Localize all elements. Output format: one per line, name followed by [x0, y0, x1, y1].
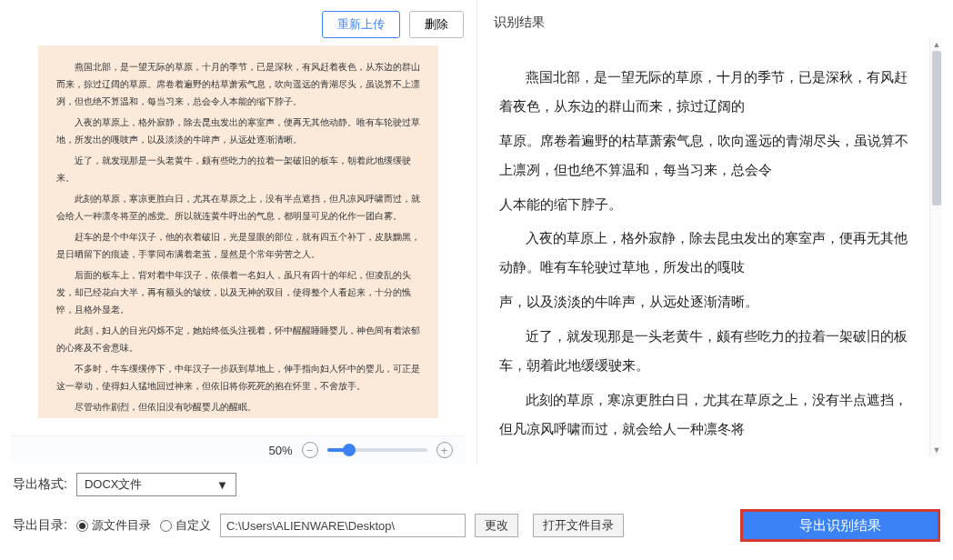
export-format-value: DOCX文件: [85, 476, 143, 493]
doc-paragraph: 后面的板车上，背对着中年汉子，依偎着一名妇人，虽只有四十的年纪，但凌乱的头发，却…: [56, 266, 420, 318]
radio-dot-on-icon: [76, 520, 88, 532]
result-line: 此刻的草原，寒凉更胜白日，尤其在草原之上，没有半点遮挡，但凡凉风呼啸而过，就会给…: [499, 386, 916, 445]
export-path-value: C:\Users\ALIENWARE\Desktop\: [226, 519, 395, 533]
doc-paragraph: 此刻的草原，寒凉更胜白日，尤其在草原之上，没有半点遮挡，但凡凉风呼啸而过，就会给…: [56, 190, 420, 225]
radio-dot-off-icon: [160, 520, 172, 532]
radio-custom-dir-label: 自定义: [176, 517, 211, 534]
doc-paragraph: 尽管动作剧烈，但依旧没有吵醒婴儿的醒眠。: [56, 398, 420, 415]
zoom-out-icon[interactable]: −: [302, 442, 318, 458]
change-path-button[interactable]: 更改: [475, 514, 518, 537]
export-path-input[interactable]: C:\Users\ALIENWARE\Desktop\: [220, 514, 466, 537]
radio-source-dir-label: 源文件目录: [92, 517, 151, 534]
radio-source-dir[interactable]: 源文件目录: [76, 517, 151, 534]
doc-paragraph: 不多时，牛车缓缓停下，中年汉子一步跃到草地上，伸手指向妇人怀中的婴儿，可正是这一…: [56, 360, 420, 395]
zoom-bar: 50% − +: [11, 435, 466, 464]
chevron-down-icon: ▼: [216, 478, 228, 492]
doc-paragraph: 此刻，妇人的目光闪烁不定，她始终低头注视着，怀中醒醒睡睡婴儿，神色间有着浓郁的心…: [56, 322, 420, 356]
document-page: 燕国北部，是一望无际的草原，十月的季节，已是深秋，有风赶着夜色，从东边的群山而来…: [38, 45, 438, 418]
result-line: 入夜的草原上，格外寂静，除去昆虫发出的寒室声，便再无其他动静。唯有车轮驶过草地，…: [499, 225, 916, 283]
doc-paragraph: 燕国北部，是一望无际的草原，十月的季节，已是深秋，有风赶着夜色，从东边的群山而来…: [56, 58, 420, 110]
radio-custom-dir[interactable]: 自定义: [160, 517, 211, 534]
export-result-button[interactable]: 导出识别结果: [740, 509, 940, 542]
doc-paragraph: 入夜的草原上，格外寂静，除去昆虫发出的寒室声，便再无其他动静。唯有车轮驶过草地，…: [56, 114, 420, 148]
result-scrollbar[interactable]: ▲ ▼: [929, 38, 942, 456]
zoom-in-icon[interactable]: +: [436, 442, 453, 458]
export-format-label: 导出格式:: [13, 476, 67, 493]
open-folder-button[interactable]: 打开文件目录: [533, 514, 624, 537]
result-line: 近了，就发现那是一头老黄牛，颇有些吃力的拉着一架破旧的板车，朝着此地缓缓驶来。: [499, 323, 916, 381]
source-toolbar: 重新上传 删除: [11, 5, 466, 45]
document-preview: 燕国北部，是一望无际的草原，十月的季节，已是深秋，有风赶着夜色，从东边的群山而来…: [11, 45, 466, 435]
source-panel: 重新上传 删除 燕国北部，是一望无际的草原，十月的季节，已是深秋，有风赶着夜色，…: [0, 0, 477, 464]
reupload-button[interactable]: 重新上传: [322, 11, 400, 38]
result-line: 草原。席卷着遍野的枯草萧索气息，吹向遥远的青湖尽头，虽说算不上凛冽，但也绝不算温…: [499, 127, 916, 185]
export-bar: 导出格式: DOCX文件 ▼ 导出目录: 源文件目录 自定义 C:\Users\…: [0, 464, 953, 551]
result-text[interactable]: 燕国北部，是一望无际的草原，十月的季节，已是深秋，有风赶着夜色，从东边的群山而来…: [488, 38, 930, 456]
export-format-select[interactable]: DOCX文件 ▼: [76, 473, 236, 496]
doc-paragraph: 赶车的是个中年汉子，他的衣着破旧，光是显眼的部位，就有四五个补丁，皮肤黝黑，是日…: [56, 228, 420, 263]
zoom-value: 50%: [268, 444, 292, 457]
zoom-slider-thumb[interactable]: [343, 444, 356, 456]
result-line: 燕国北部，是一望无际的草原，十月的季节，已是深秋，有风赶着夜色，从东边的群山而来…: [499, 64, 916, 122]
zoom-slider[interactable]: [327, 448, 427, 452]
delete-button[interactable]: 删除: [409, 11, 464, 38]
result-title: 识别结果: [488, 5, 943, 38]
scroll-thumb[interactable]: [932, 51, 941, 205]
scroll-up-icon[interactable]: ▲: [931, 39, 942, 50]
export-dir-label: 导出目录:: [13, 517, 67, 534]
scroll-down-icon[interactable]: ▼: [931, 445, 942, 455]
doc-paragraph: 近了，就发现那是一头老黄牛，颇有些吃力的拉着一架破旧的板车，朝着此地缓缓驶来。: [56, 152, 420, 186]
result-line: 声，以及淡淡的牛哞声，从远处逐渐清晰。: [499, 288, 916, 317]
result-panel: 识别结果 燕国北部，是一望无际的草原，十月的季节，已是深秋，有风赶着夜色，从东边…: [477, 0, 954, 464]
result-line: 人本能的缩下脖子。: [499, 191, 916, 220]
